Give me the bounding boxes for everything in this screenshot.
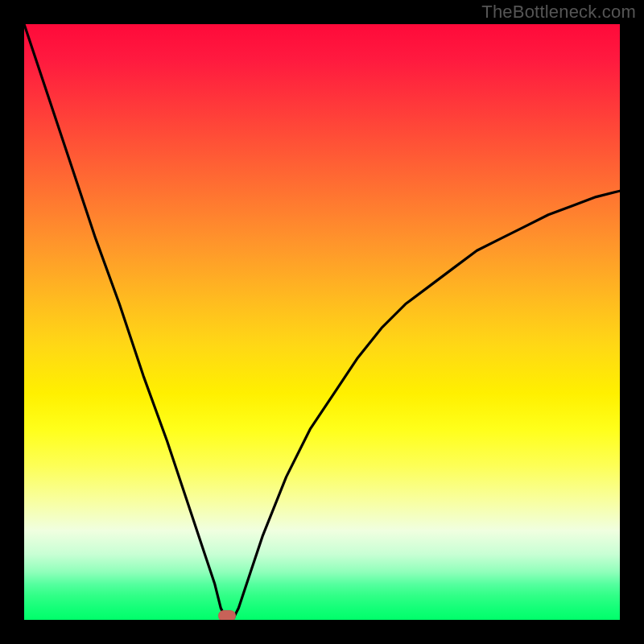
- plot-area: [24, 24, 620, 620]
- chart-frame: TheBottleneck.com: [0, 0, 644, 644]
- optimal-point-marker: [218, 610, 236, 620]
- bottleneck-curve: [24, 24, 620, 620]
- watermark-text: TheBottleneck.com: [481, 2, 636, 23]
